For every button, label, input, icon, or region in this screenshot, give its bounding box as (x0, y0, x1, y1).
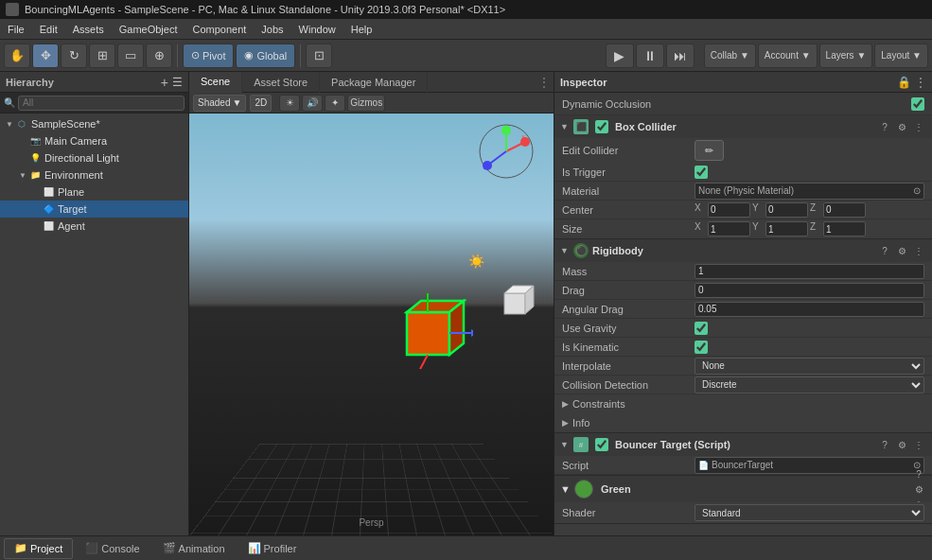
audio-btn[interactable]: 🔊 (302, 95, 323, 112)
settings-icon[interactable]: ⚙ (911, 481, 926, 497)
edit-collider-button[interactable]: ✏ (695, 140, 724, 161)
gizmos-btn[interactable]: Gizmos (347, 95, 385, 112)
menu-item-help[interactable]: Help (343, 22, 380, 37)
tab-asset-store[interactable]: Asset Store (242, 72, 320, 93)
shading-dropdown[interactable]: Shaded ▼ (193, 95, 246, 112)
search-input[interactable] (18, 96, 185, 111)
use-gravity-checkbox[interactable] (695, 322, 708, 335)
script-field[interactable]: 📄 BouncerTarget ⊙ (695, 457, 924, 474)
lighting-btn[interactable]: ☀ (279, 95, 300, 112)
menu-item-component[interactable]: Component (185, 22, 254, 37)
tab-package-manager[interactable]: Package Manager (320, 72, 428, 93)
hand-tool-btn[interactable]: ✋ (4, 44, 30, 68)
pause-button[interactable]: ⏸ (636, 44, 664, 68)
transform-tool-btn[interactable]: ⊕ (146, 44, 172, 68)
effects-btn[interactable]: ✦ (325, 95, 345, 112)
info-row[interactable]: ▶ Info (554, 413, 932, 432)
navigation-gizmo[interactable]: X Y Z (478, 123, 535, 180)
help-icon[interactable]: ? (911, 466, 926, 481)
scene-toolbar: Shaded ▼ 2D ☀ 🔊 ✦ Gizmos (189, 93, 554, 114)
help-icon[interactable]: ? (877, 437, 892, 452)
dynamic-occlusion-row: Dynamic Occlusion (554, 93, 932, 115)
dynamic-occlusion-checkbox[interactable] (911, 97, 924, 111)
script-enabled-checkbox[interactable] (595, 438, 608, 451)
tree-item-target[interactable]: 🔷 Target (0, 201, 188, 218)
hierarchy-search-bar: 🔍 (0, 93, 188, 114)
drag-field[interactable] (695, 283, 924, 298)
interpolate-select[interactable]: None Interpolate Extrapolate (695, 358, 924, 375)
settings-icon[interactable]: ⚙ (894, 437, 909, 452)
size-x-field[interactable] (708, 221, 750, 236)
layers-btn[interactable]: Layers ▼ (819, 44, 873, 68)
size-y-field[interactable] (765, 221, 808, 236)
rigidbody-header[interactable]: ▼ ⚫ Rigidbody ? ⚙ ⋮ (554, 239, 932, 262)
menu-item-jobs[interactable]: Jobs (254, 22, 290, 37)
hierarchy-menu-btn[interactable]: ☰ (172, 76, 183, 89)
center-x-field[interactable] (708, 202, 750, 218)
scale-tool-btn[interactable]: ⊞ (89, 44, 115, 68)
step-button[interactable]: ⏭ (666, 44, 695, 68)
layout-btn[interactable]: Layout ▼ (874, 44, 928, 68)
inspector-lock-btn[interactable]: 🔒 (897, 76, 911, 89)
tab-project[interactable]: 📁 Project (4, 538, 73, 559)
help-icon[interactable]: ? (877, 119, 892, 134)
tree-item-environment[interactable]: ▼ 📁 Environment (0, 166, 188, 184)
menu-item-file[interactable]: File (0, 22, 32, 37)
scene-tab-options[interactable]: ⋮ (538, 76, 550, 89)
hierarchy-add-btn[interactable]: + (161, 75, 168, 90)
is-trigger-checkbox[interactable] (695, 166, 708, 179)
settings-icon[interactable]: ⚙ (894, 119, 909, 134)
tree-item-directional-light[interactable]: 💡 Directional Light (0, 149, 188, 166)
more-icon[interactable]: ⋮ (911, 437, 926, 452)
constraints-row[interactable]: ▶ Constraints (554, 394, 932, 413)
menu-item-gameobject[interactable]: GameObject (112, 22, 185, 37)
tree-item-plane[interactable]: ⬜ Plane (0, 184, 188, 201)
collision-detection-select[interactable]: Discrete Continuous Continuous Dynamic C… (695, 376, 924, 394)
play-button[interactable]: ▶ (606, 44, 634, 68)
rotate-tool-btn[interactable]: ↻ (61, 44, 87, 68)
material-header[interactable]: ▼ Green ? ⚙ ⋮ (554, 476, 932, 502)
box-collider-header[interactable]: ▼ ⬛ Box Collider ? ⚙ ⋮ (554, 115, 932, 138)
rect-tool-btn[interactable]: ▭ (117, 44, 144, 68)
is-kinematic-checkbox[interactable] (695, 341, 708, 354)
tab-scene[interactable]: Scene (189, 72, 242, 93)
more-icon[interactable]: ⋮ (911, 243, 926, 258)
shader-select[interactable]: Standard Unlit/Color Particles/Standard … (695, 504, 924, 521)
size-z-field[interactable] (823, 221, 866, 236)
tree-item-samplescene[interactable]: ▼ ⬡ SampleScene* (0, 115, 188, 132)
menu-item-edit[interactable]: Edit (32, 22, 65, 37)
toolbar-separator-1 (177, 44, 178, 67)
box-collider-enabled-checkbox[interactable] (595, 120, 608, 133)
collapse-arrow-icon: ▼ (560, 483, 571, 495)
center-y-field[interactable] (765, 202, 808, 218)
snap-btn[interactable]: ⊡ (306, 44, 332, 68)
pivot-button[interactable]: ⊙ Pivot (183, 44, 234, 68)
settings-icon[interactable]: ⚙ (894, 243, 909, 258)
bouncer-target-header[interactable]: ▼ # Bouncer Target (Script) ? ⚙ ⋮ (554, 433, 932, 456)
angular-drag-field[interactable] (695, 302, 924, 317)
pick-icon[interactable]: ⊙ (913, 185, 921, 196)
mass-field[interactable] (695, 264, 924, 279)
expand-arrow-icon: ▶ (562, 399, 569, 409)
move-tool-btn[interactable]: ✥ (32, 44, 59, 68)
tab-animation[interactable]: 🎬 Animation (152, 538, 236, 559)
tree-item-agent[interactable]: ⬜ Agent (0, 218, 188, 235)
global-button[interactable]: ◉ Global (236, 44, 295, 68)
more-icon[interactable]: ⋮ (911, 119, 926, 134)
mode-dropdown[interactable]: 2D (250, 95, 272, 112)
tab-console[interactable]: ⬛ Console (75, 538, 149, 559)
menu-item-window[interactable]: Window (291, 22, 343, 37)
menu-item-assets[interactable]: Assets (65, 22, 112, 37)
material-field[interactable]: None (Physic Material) ⊙ (695, 183, 924, 200)
center-z-field[interactable] (823, 202, 866, 218)
inspector-menu-btn[interactable]: ⋮ (915, 76, 926, 89)
global-icon: ◉ (244, 49, 254, 61)
arrow-icon (30, 220, 42, 232)
help-icon[interactable]: ? (877, 243, 892, 258)
account-btn[interactable]: Account ▼ (758, 44, 818, 68)
scene-3d-view[interactable]: X Y Z (189, 114, 554, 535)
collab-btn[interactable]: Collab ▼ (704, 44, 756, 68)
scene-content[interactable]: X Y Z (189, 114, 554, 535)
tree-item-main-camera[interactable]: 📷 Main Camera (0, 132, 188, 149)
tab-profiler[interactable]: 📊 Profiler (237, 538, 308, 559)
